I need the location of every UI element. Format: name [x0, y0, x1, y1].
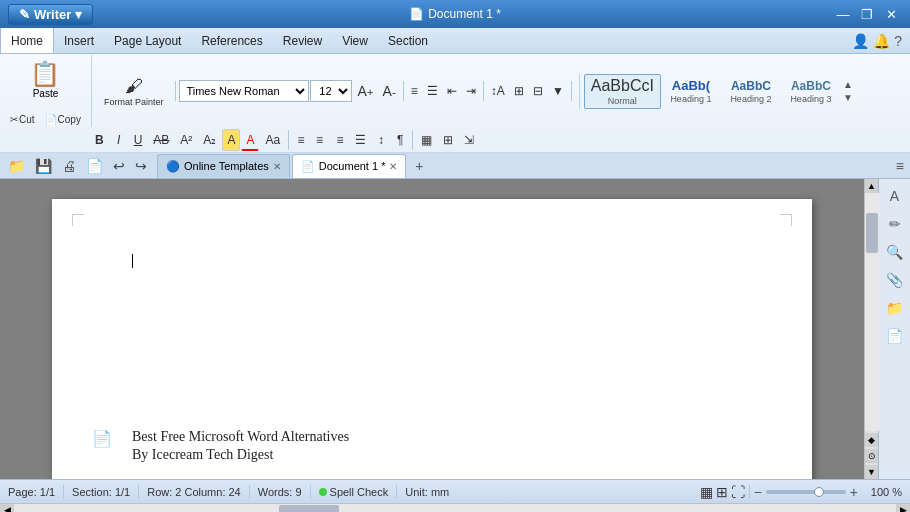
zoom-slider[interactable]: [766, 490, 846, 494]
menu-page-layout[interactable]: Page Layout: [104, 28, 191, 53]
style-normal-label: Normal: [608, 96, 637, 106]
notification-icon[interactable]: 🔔: [873, 33, 890, 49]
sidebar-search-icon[interactable]: 🔍: [882, 239, 908, 265]
bullet-list-button[interactable]: ≡: [407, 80, 422, 102]
view-normal-icon[interactable]: ▦: [700, 484, 713, 500]
align-left-button[interactable]: ≡: [292, 129, 310, 151]
gallery-up-arrow[interactable]: ▲: [841, 78, 855, 91]
borders-button[interactable]: ⊞: [438, 129, 458, 151]
document-page[interactable]: 📄 Best Free Microsoft Word Alternatives …: [52, 199, 812, 479]
expand-button[interactable]: ⇲: [459, 129, 479, 151]
sidebar-attach-icon[interactable]: 📎: [882, 267, 908, 293]
tab-templates-close[interactable]: ✕: [273, 161, 281, 172]
decrease-indent-button[interactable]: ⇤: [443, 80, 461, 102]
menu-view[interactable]: View: [332, 28, 378, 53]
tabs-scroll-icon[interactable]: ≡: [896, 158, 904, 174]
tab-online-templates[interactable]: 🔵 Online Templates ✕: [157, 154, 290, 178]
format-painter-button[interactable]: 🖌 Format Painter: [99, 73, 169, 110]
sidebar-folder-icon[interactable]: 📁: [882, 295, 908, 321]
qa-save-button[interactable]: 💾: [31, 156, 56, 176]
paragraph-marks-button[interactable]: ¶: [391, 129, 409, 151]
text-shading-button[interactable]: ▦: [416, 129, 437, 151]
zoom-out-button[interactable]: −: [754, 484, 762, 500]
sidebar-text-icon[interactable]: A: [882, 183, 908, 209]
paste-button[interactable]: 📋 Paste: [25, 57, 65, 102]
font-grow-button[interactable]: A+: [353, 80, 377, 102]
minimize-button[interactable]: —: [832, 5, 854, 23]
document-viewport[interactable]: 📄 Best Free Microsoft Word Alternatives …: [0, 179, 864, 479]
style-heading2[interactable]: AaBbC Heading 2: [721, 76, 781, 107]
user-icon[interactable]: 👤: [852, 33, 869, 49]
app-button[interactable]: ✎ Writer ▾: [8, 4, 93, 25]
font-name-selector[interactable]: Times New Roman: [179, 80, 309, 102]
menu-insert[interactable]: Insert: [54, 28, 104, 53]
help-icon[interactable]: ?: [894, 33, 902, 49]
scroll-extra1[interactable]: ◆: [865, 433, 879, 447]
line-spacing-button[interactable]: ↕: [372, 129, 390, 151]
zoom-in-button[interactable]: +: [850, 484, 858, 500]
subscript-button[interactable]: A₂: [198, 129, 221, 151]
app-dropdown-arrow[interactable]: ▾: [75, 7, 82, 22]
spell-check-status[interactable]: Spell Check: [319, 486, 389, 498]
underline-button[interactable]: U: [129, 129, 148, 151]
hscroll-right-arrow[interactable]: ▶: [896, 504, 910, 513]
highlight-button[interactable]: A: [222, 129, 240, 151]
menu-review[interactable]: Review: [273, 28, 332, 53]
menu-section[interactable]: Section: [378, 28, 438, 53]
strikethrough-button[interactable]: AB: [148, 129, 174, 151]
hscroll-left-arrow[interactable]: ◀: [0, 504, 14, 513]
horizontal-scrollbar[interactable]: ◀ ▶: [0, 503, 910, 512]
scroll-track[interactable]: [865, 193, 879, 431]
align-right-button[interactable]: ≡: [331, 129, 349, 151]
cut-button[interactable]: ✂ Cut: [6, 112, 39, 127]
qa-redo-button[interactable]: ↪: [131, 156, 151, 176]
gallery-down-arrow[interactable]: ▼: [841, 91, 855, 104]
numbered-list-button[interactable]: ☰: [423, 80, 442, 102]
menu-bar: Home Insert Page Layout References Revie…: [0, 28, 910, 54]
scroll-down-arrow[interactable]: ▼: [865, 465, 879, 479]
insert-table-button[interactable]: ⊟: [529, 80, 547, 102]
menu-references[interactable]: References: [191, 28, 272, 53]
restore-button[interactable]: ❐: [856, 5, 878, 23]
style-heading1[interactable]: AaBb( Heading 1: [661, 75, 721, 107]
qa-print-button[interactable]: 🖨: [58, 156, 80, 176]
more-button[interactable]: ▼: [548, 80, 568, 102]
tab-doc1-close[interactable]: ✕: [389, 161, 397, 172]
sidebar-edit-icon[interactable]: ✏: [882, 211, 908, 237]
menu-home[interactable]: Home: [0, 28, 54, 53]
sidebar-doc-icon[interactable]: 📄: [882, 323, 908, 349]
font-size-selector[interactable]: 12: [310, 80, 352, 102]
bold-button[interactable]: B: [90, 129, 109, 151]
superscript-button[interactable]: A²: [175, 129, 197, 151]
justify-button[interactable]: ☰: [350, 129, 371, 151]
font-shrink-button[interactable]: A-: [379, 80, 400, 102]
hscroll-track[interactable]: [14, 504, 896, 513]
increase-indent-button[interactable]: ⇥: [462, 80, 480, 102]
style-heading3[interactable]: AaBbC Heading 3: [781, 76, 841, 107]
vertical-scrollbar[interactable]: ▲ ◆ ⊙ ▼: [864, 179, 878, 479]
italic-button[interactable]: I: [110, 129, 128, 151]
scroll-thumb[interactable]: [866, 213, 878, 253]
char-format-button[interactable]: Aa: [260, 129, 285, 151]
copy-icon: 📄: [45, 114, 57, 125]
hscroll-thumb[interactable]: [279, 505, 339, 513]
qa-folder-button[interactable]: 📁: [4, 156, 29, 176]
qa-new-button[interactable]: 📄: [82, 156, 107, 176]
writer-icon: ✎: [19, 7, 30, 22]
toolbar-row1: 📋 Paste ✂ Cut 📄 Copy 🖌 Format Painter: [0, 54, 910, 128]
view-full-icon[interactable]: ⛶: [731, 484, 745, 500]
zoom-thumb[interactable]: [814, 487, 824, 497]
view-web-icon[interactable]: ⊞: [716, 484, 728, 500]
copy-button[interactable]: 📄 Copy: [41, 112, 85, 127]
qa-undo-button[interactable]: ↩: [109, 156, 129, 176]
table-button[interactable]: ⊞: [510, 80, 528, 102]
close-button[interactable]: ✕: [880, 5, 902, 23]
font-color-button[interactable]: A: [241, 129, 259, 151]
new-tab-button[interactable]: +: [408, 155, 430, 177]
tab-document1[interactable]: 📄 Document 1 * ✕: [292, 154, 407, 178]
scroll-extra2[interactable]: ⊙: [865, 449, 879, 463]
scroll-up-arrow[interactable]: ▲: [865, 179, 879, 193]
align-center-button[interactable]: ≡: [311, 129, 330, 151]
style-normal[interactable]: AaBbCcI Normal: [584, 74, 661, 109]
sort-button[interactable]: ↕A: [487, 80, 509, 102]
